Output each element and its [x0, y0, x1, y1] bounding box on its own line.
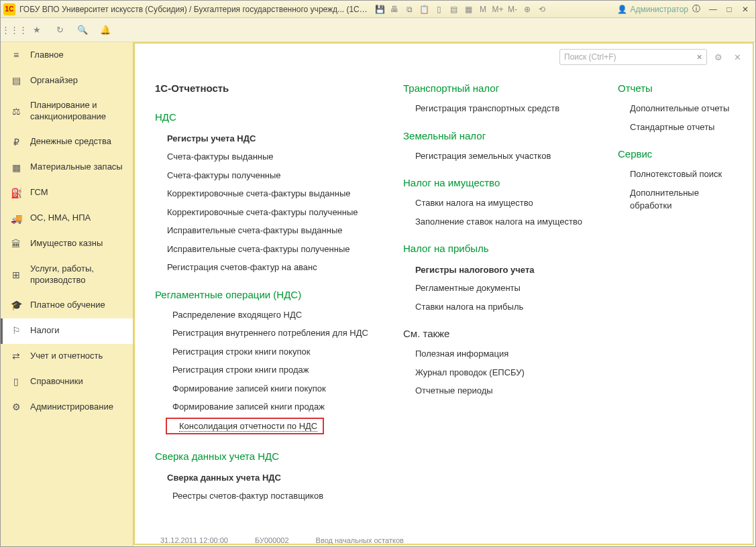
maximize-button[interactable]: □	[722, 3, 737, 15]
sidebar-icon-2: ⚖	[10, 105, 22, 117]
section-sverka-nds[interactable]: Сверка данных учета НДС	[155, 450, 383, 462]
sidebar-item-7[interactable]: 🏛Имущество казны	[1, 231, 133, 257]
sidebar-label-6: ОС, НМА, НПА	[30, 212, 123, 224]
link-ispr-sf-poluchennye[interactable]: Исправительные счета-фактуры полученные	[155, 240, 383, 259]
link-reg-transport[interactable]: Регистрация транспортных средств	[403, 99, 598, 118]
section-reports[interactable]: Отчеты	[618, 82, 738, 94]
sidebar-item-11[interactable]: ⇄Учет и отчетность	[1, 344, 133, 369]
link-zap-stavok-imush[interactable]: Заполнение ставок налога на имущество	[403, 212, 598, 231]
sidebar-item-5[interactable]: ⛽ГСМ	[1, 180, 133, 206]
section-1c-reporting[interactable]: 1С-Отчетность	[155, 82, 383, 94]
clipboard-icon[interactable]: 📋	[418, 3, 430, 15]
link-reg-vnutr[interactable]: Регистрация внутреннего потребления для …	[155, 324, 383, 343]
compare-icon[interactable]: ⧉	[403, 3, 415, 15]
link-form-knp-sell[interactable]: Формирование записей книги продаж	[155, 398, 383, 416]
print-icon[interactable]: 🖶	[388, 3, 400, 15]
link-stavki-imush[interactable]: Ставки налога на имущество	[403, 194, 598, 212]
bg-desc: Ввод начальных остатков	[316, 536, 404, 544]
sidebar-label-10: Налоги	[30, 325, 123, 337]
section-service[interactable]: Сервис	[618, 148, 738, 160]
close-button[interactable]: ✕	[738, 3, 753, 15]
link-stavki-prib[interactable]: Ставки налога на прибыль	[403, 298, 598, 316]
section-nds[interactable]: НДС	[155, 111, 383, 123]
app-logo-icon: 1C	[3, 3, 15, 15]
link-sf-vydannye[interactable]: Счета-фактуры выданные	[155, 147, 383, 166]
settings-icon[interactable]: ⚙	[711, 50, 726, 64]
apps-icon[interactable]: ⋮⋮⋮	[6, 22, 22, 38]
link-journal-epsbu[interactable]: Журнал проводок (ЕПСБУ)	[403, 363, 598, 382]
m-icon[interactable]: M	[477, 3, 489, 15]
panel-close-icon[interactable]: ✕	[730, 50, 745, 64]
sidebar-item-8[interactable]: ⊞Услуги, работы, производство	[1, 257, 133, 293]
sidebar-item-10[interactable]: ⚐Налоги	[1, 318, 133, 344]
sidebar-icon-0: ≡	[10, 49, 22, 61]
link-fulltext-search[interactable]: Полнотекстовый поиск	[618, 165, 738, 184]
bg-date: 31.12.2011 12:00:00	[160, 536, 228, 544]
section-land-tax[interactable]: Земельный налог	[403, 130, 598, 141]
link-korr-sf-vydannye[interactable]: Корректировочные счета-фактуры выданные	[155, 184, 383, 203]
search-clear-button[interactable]: ✕	[692, 50, 706, 64]
titlebar-tools: 💾 🖶 ⧉ 📋 ▯ ▤ ▦ M M+ M- ⊕ ⟲	[374, 3, 548, 15]
link-ispr-sf-vydannye[interactable]: Исправительные счета-фактуры выданные	[155, 221, 383, 240]
column-2: Транспортный налог Регистрация транспорт…	[403, 70, 598, 530]
sub-nds-registers: Регистры учета НДС	[167, 133, 383, 143]
sidebar-item-2[interactable]: ⚖Планирование и санкционирование	[1, 93, 133, 129]
link-konsolidacia-label: Консолидация отчетности по НДС	[179, 421, 317, 432]
link-extra-reports[interactable]: Дополнительные отчеты	[618, 99, 738, 118]
sidebar-icon-10: ⚐	[10, 325, 22, 337]
m-plus-icon[interactable]: M+	[492, 3, 504, 15]
sidebar-item-6[interactable]: 🚚ОС, НМА, НПА	[1, 206, 133, 231]
sidebar-icon-4: ▦	[10, 162, 22, 174]
link-reg-sf-avans[interactable]: Регистрация счетов-фактур на аванс	[155, 258, 383, 277]
link-standard-reports[interactable]: Стандартные отчеты	[618, 118, 738, 137]
section-reglament-nds[interactable]: Регламентные операции (НДС)	[155, 289, 383, 300]
link-reg-knp-buy[interactable]: Регистрация строки книги покупок	[155, 343, 383, 361]
history-icon[interactable]: ↻	[52, 22, 68, 38]
sidebar-item-1[interactable]: ▤Органайзер	[1, 68, 133, 93]
sidebar-icon-8: ⊞	[10, 269, 22, 281]
search-input[interactable]	[559, 49, 707, 65]
sidebar-item-4[interactable]: ▦Материальные запасы	[1, 155, 133, 180]
star-icon[interactable]: ★	[29, 22, 45, 38]
sub-profit-registers: Регистры налогового учета	[415, 265, 598, 275]
search-icon[interactable]: 🔍	[74, 22, 91, 38]
minimize-button[interactable]: —	[706, 3, 720, 15]
link-form-knp-buy[interactable]: Формирование записей книги покупок	[155, 379, 383, 398]
back-icon[interactable]: ⟲	[536, 3, 548, 15]
link-konsolidacia-nds-highlighted[interactable]: Консолидация отчетности по НДС	[166, 418, 324, 434]
link-reglament-docs[interactable]: Регламентные документы	[403, 279, 598, 298]
link-korr-sf-poluchennye[interactable]: Корректировочные счета-фактуры полученны…	[155, 203, 383, 222]
link-reestry-sf[interactable]: Реестры счетов-фактур поставщиков	[155, 487, 383, 505]
bell-icon[interactable]: 🔔	[97, 22, 113, 38]
column-1: 1С-Отчетность НДС Регистры учета НДС Сче…	[155, 70, 383, 530]
user-badge[interactable]: 👤 Администратор	[617, 5, 688, 14]
doc-icon[interactable]: ▯	[433, 3, 445, 15]
link-useful-info[interactable]: Полезная информация	[403, 345, 598, 363]
content: ✕ ⚙ ✕ 1С-Отчетность НДС Регистры учета Н…	[133, 42, 755, 546]
save-icon[interactable]: 💾	[374, 3, 386, 15]
sub-sverka-nds: Сверка данных учета НДС	[167, 473, 383, 483]
link-otchet-periods[interactable]: Отчетные периоды	[403, 381, 598, 400]
link-reg-knp-sell[interactable]: Регистрация строки книги продаж	[155, 361, 383, 379]
calendar-icon[interactable]: ▦	[462, 3, 474, 15]
calc-icon[interactable]: ▤	[447, 3, 460, 15]
section-profit-tax[interactable]: Налог на прибыль	[403, 243, 598, 254]
section-transport-tax[interactable]: Транспортный налог	[403, 82, 598, 94]
link-extra-processing[interactable]: Дополнительные обработки	[618, 184, 738, 215]
sidebar-item-12[interactable]: ▯Справочники	[1, 369, 133, 395]
panel-header: ✕ ⚙ ✕	[135, 44, 753, 70]
sidebar-item-0[interactable]: ≡Главное	[1, 42, 133, 68]
sidebar-label-1: Органайзер	[30, 75, 123, 86]
sidebar-icon-3: ₽	[10, 136, 22, 148]
zoom-in-icon[interactable]: ⊕	[521, 3, 533, 15]
sidebar-item-13[interactable]: ⚙Администрирование	[1, 395, 133, 420]
sidebar-icon-11: ⇄	[10, 351, 22, 363]
sidebar-item-3[interactable]: ₽Денежные средства	[1, 129, 133, 155]
section-property-tax[interactable]: Налог на имущество	[403, 177, 598, 188]
link-reg-land[interactable]: Регистрация земельных участков	[403, 147, 598, 166]
sidebar-item-9[interactable]: 🎓Платное обучение	[1, 293, 133, 318]
info-icon[interactable]: ⓘ	[692, 3, 700, 15]
link-sf-poluchennye[interactable]: Счета-фактуры полученные	[155, 166, 383, 185]
m-minus-icon[interactable]: M-	[506, 3, 519, 15]
link-raspr-nds[interactable]: Распределение входящего НДС	[155, 306, 383, 324]
